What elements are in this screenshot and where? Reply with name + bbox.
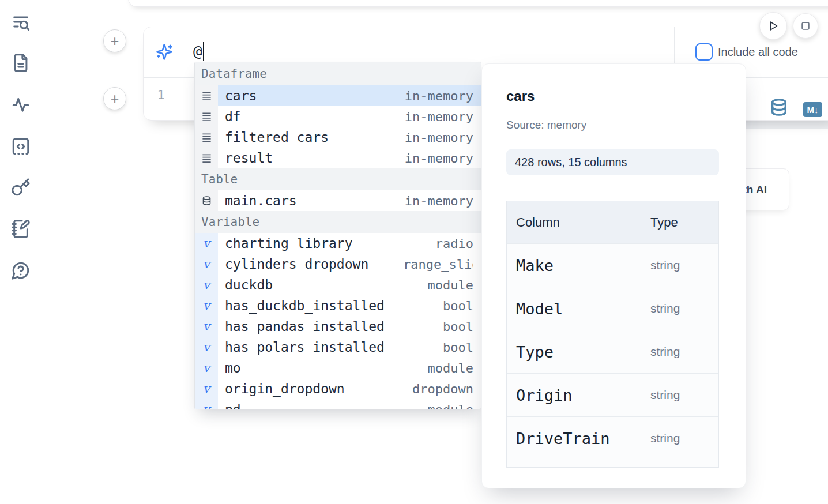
markdown-icon[interactable]: M↓ — [803, 102, 822, 117]
section-label: Dataframe — [201, 67, 267, 81]
autocomplete-item-cylinders-dropdown[interactable]: v cylinders_dropdown range_slider — [195, 254, 481, 274]
variable-icon: v — [195, 254, 218, 274]
list-search-icon[interactable] — [11, 13, 31, 33]
item-name: has_polars_installed — [225, 340, 385, 355]
play-icon — [767, 20, 780, 32]
column-type: string — [641, 417, 718, 460]
autocomplete-section-header: Dataframe — [195, 62, 481, 85]
variable-icon: v — [195, 399, 218, 409]
column-name: Origin — [507, 374, 641, 416]
item-hint: module — [428, 403, 473, 410]
autocomplete-item-mo[interactable]: v mo module — [195, 358, 481, 378]
ai-prompt-value: @ — [193, 43, 202, 60]
autocomplete-item-cars[interactable]: cars in-memory — [195, 85, 481, 106]
item-hint: in-memory — [405, 89, 473, 103]
autocomplete-item-has-polars-installed[interactable]: v has_polars_installed bool — [195, 337, 481, 358]
stop-icon — [800, 20, 811, 32]
variable-icon: v — [195, 233, 218, 254]
add-cell-below-button[interactable]: + — [103, 87, 126, 110]
column-type: string — [641, 287, 718, 330]
autocomplete-item-origin-dropdown[interactable]: v origin_dropdown dropdown — [195, 378, 481, 399]
sparkles-ai-icon — [156, 43, 173, 61]
file-text-icon[interactable] — [11, 53, 31, 73]
section-label: Variable — [201, 215, 259, 229]
dataframe-rows-icon — [195, 106, 218, 127]
column-name: Type — [507, 330, 641, 373]
ai-prompt-input[interactable]: @ — [193, 42, 204, 61]
add-cell-above-button[interactable]: + — [103, 29, 126, 52]
autocomplete-section-header: Variable — [195, 211, 481, 233]
item-name: filtered_cars — [225, 130, 329, 145]
autocomplete-item-pd[interactable]: v pd module — [195, 399, 481, 409]
variable-icon: v — [195, 316, 218, 337]
table-row: Model string — [507, 287, 718, 330]
autocomplete-section-header: Table — [195, 168, 481, 190]
table-row-partial — [507, 460, 718, 468]
item-name: has_duckdb_installed — [225, 298, 385, 313]
dataframe-rows-icon — [195, 127, 218, 148]
run-cell-button[interactable] — [759, 12, 787, 40]
item-hint: dropdown — [412, 382, 473, 396]
include-all-code-checkbox[interactable] — [695, 43, 713, 61]
autocomplete-item-result[interactable]: result in-memory — [195, 148, 481, 168]
autocomplete-item-charting-library[interactable]: v charting_library radio — [195, 233, 481, 254]
table-database-icon — [195, 190, 218, 211]
schema-header-type: Type — [641, 201, 718, 243]
item-name: origin_dropdown — [225, 381, 345, 396]
item-name: pd — [225, 402, 241, 409]
autocomplete-item-has-duckdb-installed[interactable]: v has_duckdb_installed bool — [195, 295, 481, 316]
item-name: duckdb — [225, 277, 273, 292]
popup-source: Source: memory — [506, 119, 586, 131]
item-name: df — [225, 109, 241, 124]
autocomplete-item-has-pandas-installed[interactable]: v has_pandas_installed bool — [195, 316, 481, 337]
table-row: Make string — [507, 243, 718, 287]
autocomplete-item-duckdb[interactable]: v duckdb module — [195, 274, 481, 295]
variable-icon: v — [195, 358, 218, 378]
item-name: has_pandas_installed — [225, 319, 385, 334]
variable-icon: v — [195, 295, 218, 316]
column-name: Model — [507, 287, 641, 330]
item-hint: in-memory — [405, 110, 473, 124]
popup-shape-badge: 428 rows, 15 columns — [506, 149, 719, 175]
item-hint: in-memory — [405, 194, 473, 208]
item-hint: bool — [443, 340, 473, 355]
item-hint: module — [428, 361, 473, 375]
autocomplete-item-main-cars[interactable]: main.cars in-memory — [195, 190, 481, 211]
activity-icon[interactable] — [11, 95, 31, 114]
variable-icon: v — [195, 337, 218, 358]
notebook-pen-icon[interactable] — [11, 219, 31, 239]
autocomplete-item-filtered-cars[interactable]: filtered_cars in-memory — [195, 127, 481, 148]
table-row: Origin string — [507, 373, 718, 416]
database-icon[interactable] — [770, 98, 788, 119]
variable-icon: v — [195, 274, 218, 295]
autocomplete-item-df[interactable]: df in-memory — [195, 106, 481, 127]
item-hint: in-memory — [405, 130, 473, 145]
item-name: mo — [225, 360, 241, 375]
column-type: string — [641, 374, 718, 416]
item-name: main.cars — [225, 193, 297, 208]
column-name: DriveTrain — [507, 417, 641, 460]
table-row: DriveTrain string — [507, 416, 718, 460]
item-hint: in-memory — [405, 151, 473, 166]
code-square-dashed-icon[interactable] — [11, 137, 31, 156]
item-hint: bool — [443, 319, 473, 334]
schema-header-row: Column Type — [507, 201, 718, 243]
line-number: 1 — [154, 88, 168, 102]
dataframe-rows-icon — [195, 148, 218, 168]
table-row: Type string — [507, 330, 718, 373]
column-name: Make — [507, 244, 641, 287]
section-label: Table — [201, 172, 238, 186]
popup-schema-table: Column Type Make string Model string Typ… — [506, 201, 719, 468]
text-caret — [203, 42, 204, 61]
column-type: string — [641, 244, 718, 287]
column-type: string — [641, 330, 718, 373]
item-name: charting_library — [225, 236, 353, 251]
help-circle-icon[interactable] — [11, 261, 31, 280]
variable-icon: v — [195, 378, 218, 399]
item-name: result — [225, 151, 273, 166]
popup-title: cars — [506, 88, 535, 104]
item-name: cars — [225, 88, 257, 103]
key-icon[interactable] — [11, 178, 31, 197]
stop-button[interactable] — [793, 13, 818, 39]
schema-header-column: Column — [507, 201, 641, 243]
